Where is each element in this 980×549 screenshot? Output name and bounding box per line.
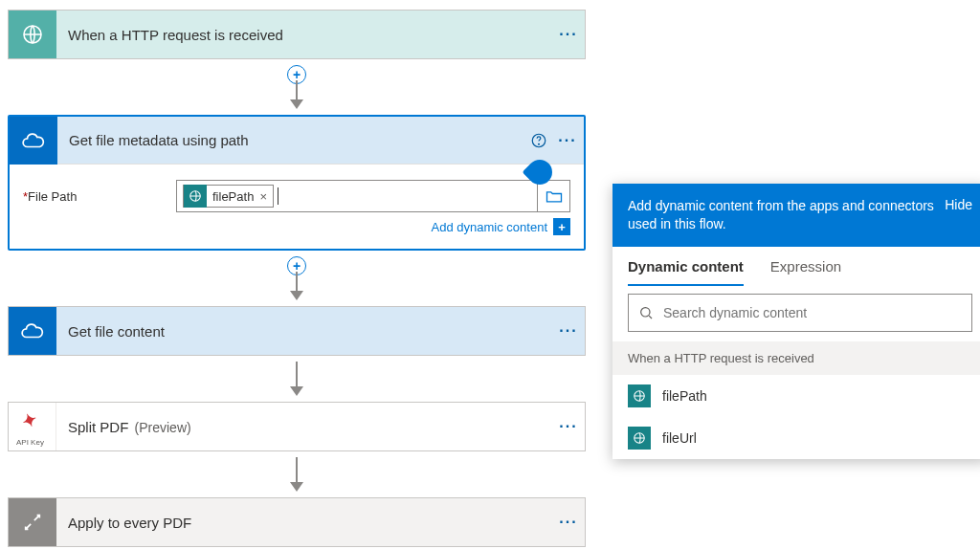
flow-column: When a HTTP request is received ··· + Ge… xyxy=(8,10,586,549)
search-input[interactable] xyxy=(663,305,962,320)
step-get-metadata: Get file metadata using path ··· *File P… xyxy=(8,115,586,251)
popover-group-header: When a HTTP request is received xyxy=(612,341,980,375)
folder-picker-icon[interactable] xyxy=(537,181,569,211)
step-title: Apply to every PDF xyxy=(56,515,552,531)
help-icon[interactable] xyxy=(526,132,551,149)
field-label: *File Path xyxy=(23,189,176,204)
ellipsis-icon[interactable]: ··· xyxy=(552,322,585,340)
step-http-trigger[interactable]: When a HTTP request is received ··· xyxy=(8,10,586,59)
loop-icon xyxy=(9,498,56,546)
tab-dynamic-content[interactable]: Dynamic content xyxy=(628,258,744,286)
hide-link[interactable]: Hide xyxy=(935,197,972,212)
dynamic-content-popover: Add dynamic content from the apps and co… xyxy=(612,184,980,459)
filepath-input[interactable]: filePath × xyxy=(176,180,570,212)
text-cursor xyxy=(278,187,278,205)
step-apply-each[interactable]: Apply to every PDF ··· xyxy=(8,497,586,547)
http-token-icon xyxy=(184,185,207,208)
chip-remove-icon[interactable]: × xyxy=(259,189,273,204)
add-dynamic-link[interactable]: Add dynamic content xyxy=(432,220,547,234)
ellipsis-icon[interactable]: ··· xyxy=(552,26,585,43)
api-key-icon: ✦ API Key xyxy=(9,403,56,450)
ellipsis-icon[interactable]: ··· xyxy=(552,418,585,435)
dynamic-item-fileurl[interactable]: fileUrl xyxy=(612,417,980,459)
svg-point-2 xyxy=(539,143,540,144)
connector-arrow: + xyxy=(8,59,586,115)
connector-arrow: + xyxy=(8,251,586,306)
http-token-icon xyxy=(628,427,651,450)
search-icon xyxy=(638,305,654,320)
search-dynamic-content[interactable] xyxy=(628,294,972,332)
chip-label: filePath xyxy=(207,189,259,204)
onedrive-cloud-icon xyxy=(9,307,56,355)
step-title: Split PDF (Preview) xyxy=(56,419,552,435)
step-split-pdf[interactable]: ✦ API Key Split PDF (Preview) ··· xyxy=(8,402,586,451)
list-item-label: filePath xyxy=(662,388,707,404)
dynamic-item-filepath[interactable]: filePath xyxy=(612,375,980,417)
step-title: Get file content xyxy=(56,323,552,340)
svg-point-4 xyxy=(641,307,650,316)
step-title: When a HTTP request is received xyxy=(56,27,552,43)
list-item-label: fileUrl xyxy=(662,430,697,446)
step-get-file-content[interactable]: Get file content ··· xyxy=(8,306,586,356)
add-dynamic-plus-icon[interactable]: + xyxy=(553,218,570,235)
connector-arrow xyxy=(8,356,586,402)
token-chip-filepath[interactable]: filePath × xyxy=(183,185,274,208)
step-title: Get file metadata using path xyxy=(57,132,526,148)
ellipsis-icon[interactable]: ··· xyxy=(552,514,585,531)
connector-arrow xyxy=(8,451,586,497)
http-globe-icon xyxy=(9,11,56,58)
onedrive-cloud-icon xyxy=(10,117,57,165)
popover-header: Add dynamic content from the apps and co… xyxy=(628,197,935,233)
http-token-icon xyxy=(628,384,651,407)
tab-expression[interactable]: Expression xyxy=(770,258,841,286)
ellipsis-icon[interactable]: ··· xyxy=(551,132,584,149)
